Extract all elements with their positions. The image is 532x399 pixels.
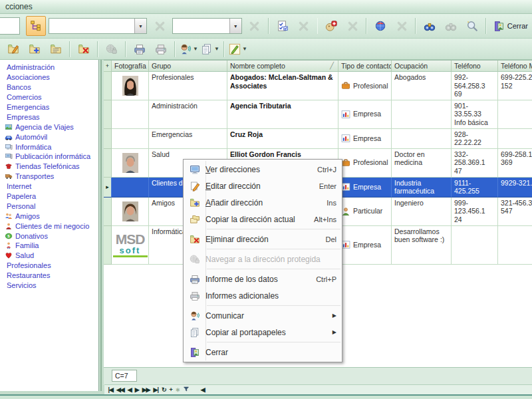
sidebar-item-familia[interactable]: Familia [0, 241, 98, 251]
menu-item-communicate[interactable]: Comunicar▶ [184, 307, 342, 324]
clear-category-button[interactable] [150, 16, 170, 36]
sidebar-item-personal[interactable]: Personal [0, 201, 98, 211]
column-header-fotografia[interactable]: Fotografía [112, 61, 149, 72]
tree-view-button[interactable] [26, 16, 46, 36]
sidebar-item-servicios[interactable]: Servicios [0, 281, 98, 291]
add-address-button[interactable] [25, 39, 45, 59]
sidebar-item-donativos[interactable]: $Donativos [0, 231, 98, 241]
nav-prior-record-button[interactable]: ◀ [128, 386, 132, 393]
sidebar-item-agencia-de-viajes[interactable]: Agencia de Viajes [0, 122, 98, 132]
row-indicator [104, 226, 112, 265]
table-row[interactable]: EmergenciasCruz RojaEmpresa928-22.22.22 [104, 129, 532, 149]
clear-task-button[interactable] [294, 16, 314, 36]
sidebar-item-restaurantes[interactable]: Restaurantes [0, 271, 98, 281]
delete-address-button[interactable] [74, 39, 94, 59]
sidebar-item-empresas[interactable]: Empresas [0, 112, 98, 122]
sidebar-item-internet[interactable]: Internet [0, 182, 98, 192]
partial-input[interactable] [0, 17, 20, 35]
menu-item-close[interactable]: Cerrar [184, 344, 342, 360]
column-header-telefono-movil[interactable]: Teléfono Móvil [498, 61, 532, 72]
edit-address-button[interactable] [3, 39, 23, 59]
sidebar-item-bancos[interactable]: Bancos [0, 82, 98, 92]
sidebar-item-profesionales[interactable]: Profesionales [0, 261, 98, 271]
column-header-indicator[interactable]: + [104, 61, 112, 72]
column-header-telefono[interactable]: Teléfono [452, 61, 498, 72]
menu-item-navigate-protected-address[interactable]: Navegar a la dirección protegida [184, 251, 342, 267]
nav-refresh-button[interactable]: ↻ [162, 386, 166, 393]
money-icon: $ [4, 232, 13, 240]
nav-edit-record-button[interactable]: ∗ [176, 386, 180, 393]
briefcase-icon [341, 158, 350, 168]
menu-item-edit-address[interactable]: Editar direcciónEnter [184, 178, 342, 194]
search-button[interactable] [420, 16, 440, 36]
view-address-button[interactable] [46, 39, 66, 59]
nav-last-record-button[interactable]: ▶| [153, 386, 158, 393]
column-header-nombre-completo[interactable]: Nombre completo╱ [227, 61, 338, 72]
heart-icon [4, 251, 13, 259]
search-filter-combo-dropdown-button[interactable]: ▼ [229, 19, 241, 33]
nav-prior-page-button[interactable]: ◀◀ [116, 386, 124, 393]
sidebar-item-label: Bancos [7, 83, 31, 91]
clear-web-button[interactable] [392, 16, 412, 36]
menu-item-label: Informe de los datos [205, 275, 316, 284]
column-header-label: Grupo [152, 62, 171, 70]
sidebar-item-comercios[interactable]: Comercios [0, 92, 98, 102]
nav-filter-button[interactable] [183, 386, 190, 394]
nav-next-record-button[interactable]: ▶ [135, 386, 139, 393]
print-button[interactable] [151, 39, 171, 59]
menu-item-shortcut: Enter [319, 182, 336, 190]
sidebar-item-clientes-de-mi-negocio[interactable]: Clientes de mi negocio [0, 221, 98, 231]
sidebar-item-publicacion-informatica[interactable]: Publicación informática [0, 152, 98, 162]
search-next-button[interactable] [441, 16, 461, 36]
nav-next-page-button[interactable]: ▶▶ [142, 386, 150, 393]
row-indicator [104, 100, 112, 129]
report-preview-button[interactable] [130, 39, 150, 59]
menu-item-view-addresses[interactable]: Ver direccionesCtrl+J [184, 161, 342, 178]
menu-item-data-report[interactable]: Informe de los datosCtrl+P [184, 271, 342, 287]
clear-search-button[interactable] [245, 16, 265, 36]
sidebar-item-asociaciones[interactable]: Asociaciones [0, 72, 98, 82]
toolbar-actions: ▼▼▼ [0, 39, 532, 60]
nav-insert-record-button[interactable]: + [169, 386, 172, 393]
column-header-grupo[interactable]: Grupo [149, 61, 227, 72]
search-filter-combo[interactable]: ▼ [172, 18, 242, 34]
category-filter-combo[interactable]: ▼ [49, 18, 147, 34]
sidebar-item-tiendas-telefonicas[interactable]: Tiendas Telefónicas [0, 162, 98, 172]
menu-item-copy-current-address[interactable]: Copiar la dirección actualAlt+Ins [184, 211, 342, 227]
cerrar-button[interactable]: Cerrar [489, 19, 532, 34]
health-add-button[interactable] [321, 16, 341, 36]
column-header-tipo-de-contacto[interactable]: Tipo de contacto [338, 61, 392, 72]
table-row[interactable]: AdministraciónAgencia TributariaEmpresa9… [104, 100, 532, 129]
sidebar-item-informatica[interactable]: Informática [0, 142, 98, 152]
nav-first-record-button[interactable]: |◀ [108, 386, 113, 393]
task-list-button[interactable] [273, 16, 293, 36]
web-button[interactable] [370, 16, 390, 36]
sidebar-item-transportes[interactable]: Transportes [0, 172, 98, 182]
magnifier-button[interactable] [462, 16, 482, 36]
menu-item-additional-reports[interactable]: Informes adicionales [184, 287, 342, 304]
column-header-ocupacion[interactable]: Ocupación [392, 61, 452, 72]
category-filter-combo-dropdown-button[interactable]: ▼ [134, 19, 146, 33]
web-icon [374, 20, 386, 32]
sidebar-item-papelera[interactable]: Papelera [0, 192, 98, 201]
menu-item-add-address[interactable]: Añadir direcciónIns [184, 194, 342, 211]
nav-scroll-left-button[interactable]: ◀ [201, 386, 205, 393]
sidebar-item-automovil[interactable]: Automóvil [0, 132, 98, 142]
menu-item-copy-to-clipboard[interactable]: Copiar al portapapeles▶ [184, 324, 342, 340]
photo-cell [112, 149, 149, 178]
x-gray-icon [154, 21, 166, 32]
app-window: cciones ▼▼Cerrar ▼▼▼ AdministraciónAsoci… [0, 0, 532, 399]
sidebar-item-amigos[interactable]: Amigos [0, 211, 98, 221]
copy-button[interactable]: ▼ [200, 39, 220, 59]
navigate-protected-button[interactable] [102, 39, 122, 59]
menu-item-delete-address[interactable]: Eliminar direcciónDel [184, 231, 342, 247]
sidebar-item-administracion[interactable]: Administración [0, 63, 98, 72]
edit-notes-button[interactable]: ▼ [228, 39, 248, 59]
column-header-label: Teléfono [454, 62, 481, 70]
car-icon [4, 133, 13, 141]
sidebar-item-emergencias[interactable]: Emergencias [0, 102, 98, 112]
sidebar-item-salud[interactable]: Salud [0, 251, 98, 261]
clear-health-button[interactable] [342, 16, 362, 36]
communicate-button[interactable]: ▼ [179, 39, 199, 59]
table-row[interactable]: ProfesionalesAbogados: McLelan-Saltman &… [104, 72, 532, 100]
